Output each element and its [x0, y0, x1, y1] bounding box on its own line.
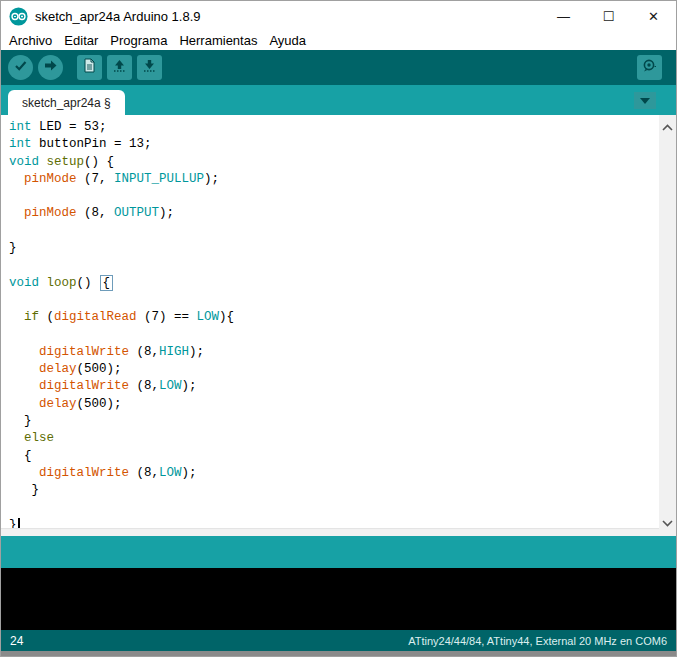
code-line[interactable]: int buttonPin = 13;	[9, 137, 659, 154]
up-arrow-icon	[111, 57, 128, 78]
code-line[interactable]: pinMode (7, INPUT_PULLUP);	[9, 172, 659, 189]
document-icon	[81, 57, 98, 78]
current-line-number: 24	[10, 634, 23, 648]
menu-editar[interactable]: Editar	[58, 31, 104, 50]
maximize-button[interactable]: ☐	[586, 1, 631, 31]
code-line[interactable]: digitalWrite (8,HIGH);	[9, 345, 659, 362]
code-line[interactable]: void setup() {	[9, 155, 659, 172]
board-info: ATtiny24/44/84, ATtiny44, External 20 MH…	[408, 635, 667, 647]
code-line[interactable]: pinMode (8, OUTPUT);	[9, 206, 659, 223]
arduino-logo-icon	[9, 7, 28, 26]
code-line[interactable]: if (digitalRead (7) == LOW){	[9, 310, 659, 327]
toolbar	[1, 50, 676, 85]
code-line[interactable]: delay(500);	[9, 397, 659, 414]
new-sketch-button[interactable]	[77, 55, 102, 80]
menu-ayuda[interactable]: Ayuda	[263, 31, 312, 50]
scroll-down-icon[interactable]	[661, 514, 674, 532]
vertical-scrollbar[interactable]	[659, 115, 676, 536]
editor-pane: int LED = 53;int buttonPin = 13;void set…	[1, 115, 676, 536]
scroll-up-icon[interactable]	[661, 118, 674, 136]
code-area[interactable]: int LED = 53;int buttonPin = 13;void set…	[1, 115, 659, 535]
window-controls: — ☐ ✕	[541, 1, 676, 31]
close-button[interactable]: ✕	[631, 1, 676, 31]
window-bottom-edge	[1, 651, 676, 656]
menu-bar: Archivo Editar Programa Herramientas Ayu…	[1, 31, 676, 50]
save-button[interactable]	[137, 55, 162, 80]
code-line[interactable]: }	[9, 483, 659, 500]
title-bar: sketch_apr24a Arduino 1.8.9 — ☐ ✕	[1, 1, 676, 31]
tab-sketch-apr24a[interactable]: sketch_apr24a §	[8, 90, 125, 115]
menu-herramientas[interactable]: Herramientas	[173, 31, 263, 50]
open-button[interactable]	[107, 55, 132, 80]
tab-strip: sketch_apr24a §	[1, 85, 676, 115]
code-line[interactable]: void loop() {	[9, 276, 659, 293]
window-title: sketch_apr24a Arduino 1.8.9	[35, 9, 541, 24]
upload-button[interactable]	[38, 55, 63, 80]
code-line[interactable]	[9, 328, 659, 345]
tab-menu-button[interactable]	[634, 92, 656, 109]
code-line[interactable]	[9, 293, 659, 310]
code-line[interactable]: else	[9, 431, 659, 448]
code-line[interactable]	[9, 224, 659, 241]
code-line[interactable]: digitalWrite (8,LOW);	[9, 379, 659, 396]
line-status-bar: 24 ATtiny24/44/84, ATtiny44, External 20…	[1, 630, 676, 651]
menu-archivo[interactable]: Archivo	[3, 31, 58, 50]
horizontal-scrollbar[interactable]	[1, 528, 659, 536]
code-line[interactable]: }	[9, 241, 659, 258]
chevron-down-icon	[640, 98, 650, 104]
down-arrow-icon	[141, 57, 158, 78]
code-line[interactable]: delay(500);	[9, 362, 659, 379]
verify-button[interactable]	[8, 55, 33, 80]
check-icon	[12, 57, 29, 78]
tab-label: sketch_apr24a §	[22, 96, 111, 110]
magnifier-icon	[641, 57, 658, 78]
status-message-strip	[1, 536, 676, 568]
code-line[interactable]: int LED = 53;	[9, 120, 659, 137]
code-line[interactable]	[9, 258, 659, 275]
code-line[interactable]: }	[9, 414, 659, 431]
code-column: int LED = 53;int buttonPin = 13;void set…	[1, 115, 659, 536]
menu-programa[interactable]: Programa	[104, 31, 173, 50]
code-line[interactable]	[9, 501, 659, 518]
minimize-button[interactable]: —	[541, 1, 586, 31]
arduino-ide-window: sketch_apr24a Arduino 1.8.9 — ☐ ✕ Archiv…	[0, 0, 677, 657]
code-line[interactable]	[9, 189, 659, 206]
code-line[interactable]: digitalWrite (8,LOW);	[9, 466, 659, 483]
right-arrow-icon	[42, 57, 59, 78]
code-line[interactable]: {	[9, 449, 659, 466]
serial-monitor-button[interactable]	[637, 55, 662, 80]
console-output	[1, 568, 676, 630]
